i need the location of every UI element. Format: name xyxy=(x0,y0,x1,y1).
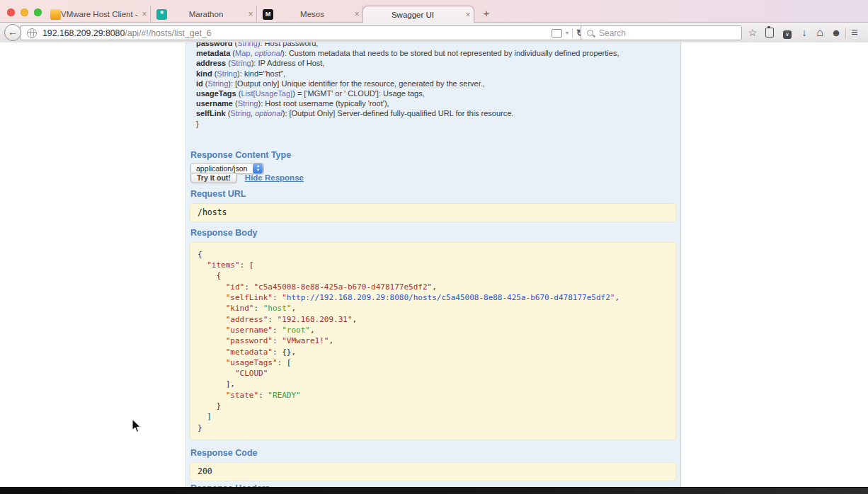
mesos-favicon-icon: M xyxy=(263,9,273,20)
page-content: password (String): Host password,metadat… xyxy=(0,42,868,494)
hello-smiley-icon[interactable]: ☻ xyxy=(829,26,843,39)
hide-response-link[interactable]: Hide Response xyxy=(245,173,304,182)
try-it-out-button[interactable]: Try it out! xyxy=(190,173,237,183)
tab-vmware-host-client[interactable]: VMware Host Client - localh... × xyxy=(44,6,151,23)
browser-window: VMware Host Client - localh... × * Marat… xyxy=(0,0,868,494)
response-body: { "items": [ { "id": "c5a45008-8e88-425a… xyxy=(190,242,676,440)
site-identity-globe-icon[interactable] xyxy=(27,28,37,38)
tab-swagger-ui-active[interactable]: Swagger UI × xyxy=(362,6,474,23)
divider xyxy=(845,28,846,38)
bookmark-star-icon[interactable]: ☆ xyxy=(746,26,760,39)
downloads-icon[interactable]: ↓ xyxy=(797,26,811,39)
home-icon[interactable]: ⌂ xyxy=(813,26,827,39)
window-controls xyxy=(7,8,42,16)
divider xyxy=(572,28,573,38)
request-url-value: /hosts xyxy=(190,203,676,222)
search-icon xyxy=(587,30,593,36)
model-signature: password (String): Host password,metadat… xyxy=(186,42,680,129)
select-stepper-icon: ▲▼ xyxy=(253,163,263,173)
response-content-type-heading: Response Content Type xyxy=(186,150,680,161)
marathon-favicon-icon: * xyxy=(156,9,167,20)
mouse-cursor xyxy=(132,419,141,436)
selected-content-type: application/json xyxy=(196,164,247,173)
url-path: /api/#!/hosts/list_get_6 xyxy=(125,28,211,38)
chevron-down-icon[interactable]: ▾ xyxy=(566,30,569,36)
pocket-icon[interactable]: ∨ xyxy=(780,26,794,39)
tab-bar: VMware Host Client - localh... × * Marat… xyxy=(0,0,868,23)
swagger-operation-panel: password (String): Host password,metadat… xyxy=(185,42,681,494)
bookmarks-clipboard-icon[interactable] xyxy=(763,26,777,39)
minimize-window-button[interactable] xyxy=(21,8,28,16)
tab-title: Swagger UI xyxy=(363,11,462,19)
url-host: 192.168.209.29:8080 xyxy=(42,28,125,38)
tab-close-icon[interactable]: × xyxy=(351,9,362,19)
zoom-window-button[interactable] xyxy=(34,8,42,16)
navigation-toolbar: ← 192.168.209.29:8080/api/#!/hosts/list_… xyxy=(0,23,868,43)
tab-title: VMware Host Client - localh... xyxy=(61,10,139,18)
response-code-heading: Response Code xyxy=(186,448,680,459)
reader-mode-icon[interactable] xyxy=(552,29,562,38)
tab-mesos[interactable]: M Mesos × xyxy=(256,6,363,23)
response-body-heading: Response Body xyxy=(186,228,680,239)
menu-icon[interactable]: ≡ xyxy=(847,26,862,39)
tab-marathon[interactable]: * Marathon × xyxy=(150,6,257,23)
tab-title: Marathon xyxy=(167,10,245,18)
tab-close-icon[interactable]: × xyxy=(245,9,256,19)
screen-bottom-bar xyxy=(0,487,868,494)
search-bar[interactable] xyxy=(581,25,742,40)
url-bar[interactable]: 192.168.209.29:8080/api/#!/hosts/list_ge… xyxy=(20,25,589,40)
new-tab-button[interactable]: + xyxy=(479,7,494,19)
back-button[interactable]: ← xyxy=(4,24,21,41)
close-window-button[interactable] xyxy=(7,8,15,16)
vmware-favicon-icon xyxy=(50,9,61,20)
search-input[interactable] xyxy=(598,28,721,39)
response-code-value: 200 xyxy=(190,462,676,481)
request-url-heading: Request URL xyxy=(186,189,680,200)
response-body-json: { "items": [ { "id": "c5a45008-8e88-425a… xyxy=(198,249,668,433)
tab-close-icon[interactable]: × xyxy=(462,10,474,20)
tab-close-icon[interactable]: × xyxy=(139,9,150,19)
tab-title: Mesos xyxy=(273,10,351,18)
